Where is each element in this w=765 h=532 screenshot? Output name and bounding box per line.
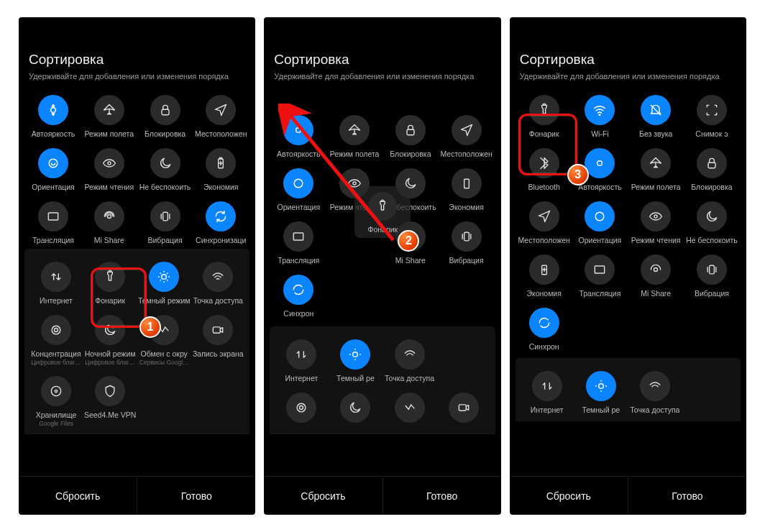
tile-mishare[interactable]: Mi Share bbox=[385, 217, 436, 267]
panel-3: Сортировка Удерживайте для добавления ил… bbox=[510, 17, 746, 515]
battery-icon bbox=[529, 254, 559, 285]
tile-mishare[interactable]: Mi Share bbox=[83, 197, 135, 247]
tile-internet[interactable]: Интернет bbox=[30, 257, 82, 308]
tile-orientation[interactable]: Ориентация bbox=[27, 144, 79, 194]
tile-internet[interactable]: Интернет bbox=[521, 367, 573, 417]
sync-icon bbox=[283, 275, 313, 305]
tile-darkmode[interactable]: Темный режим bbox=[138, 257, 190, 308]
svg-rect-34 bbox=[595, 266, 605, 273]
page-title: Сортировка bbox=[274, 52, 490, 68]
tile-location[interactable]: Местоположен bbox=[441, 111, 493, 161]
svg-point-13 bbox=[51, 386, 60, 395]
tile-cast[interactable]: Трансляция bbox=[27, 197, 79, 247]
tile-darkmode[interactable]: Темный ре bbox=[329, 335, 381, 385]
tile-darkmode[interactable]: Темный ре bbox=[575, 367, 627, 417]
tile-airplane[interactable]: Режим полета bbox=[329, 111, 380, 161]
vibration-icon bbox=[697, 254, 727, 285]
moon-icon bbox=[150, 148, 180, 178]
tile-reading[interactable]: Режим чтения bbox=[329, 164, 380, 214]
tile-sync[interactable]: Синхрон bbox=[518, 303, 570, 354]
svg-rect-30 bbox=[708, 162, 715, 168]
bell-off-icon bbox=[641, 95, 671, 125]
tile-dnd[interactable]: Не беспокоить bbox=[686, 197, 738, 247]
svg-point-32 bbox=[654, 215, 657, 218]
tile-auto-brightness[interactable]: Автояркость bbox=[574, 144, 626, 194]
tile-flashlight[interactable]: Фонарик bbox=[518, 91, 570, 141]
updown-icon bbox=[41, 262, 71, 292]
tile-airplane[interactable]: Режим полета bbox=[83, 91, 135, 141]
tile-wifi[interactable]: Wi-Fi bbox=[574, 91, 626, 141]
tile-silent[interactable]: Без звука bbox=[630, 91, 682, 141]
tile-internet[interactable]: Интернет bbox=[275, 335, 327, 385]
bluetooth-icon bbox=[529, 148, 559, 178]
reset-button[interactable]: Сбросить bbox=[510, 477, 628, 515]
tile-reading[interactable]: Режим чтения bbox=[83, 144, 135, 194]
reset-button[interactable]: Сбросить bbox=[19, 477, 137, 515]
tile-night[interactable]: Ночной режим Цифровое благ… bbox=[84, 311, 136, 369]
tile-lock[interactable]: Блокировка bbox=[385, 111, 436, 161]
tile-vibration[interactable]: Вибрация bbox=[441, 217, 493, 267]
svg-point-9 bbox=[55, 329, 58, 332]
wifi-icon bbox=[585, 95, 615, 125]
svg-rect-20 bbox=[294, 233, 303, 240]
svg-point-15 bbox=[296, 128, 301, 133]
tile-cast[interactable]: Трансляция bbox=[272, 217, 324, 267]
tile-lock[interactable]: Блокировка bbox=[686, 144, 738, 194]
page-subtitle: Удерживайте для добавления или изменения… bbox=[520, 72, 736, 81]
tile-flashlight[interactable]: Фонарик bbox=[84, 257, 136, 308]
tile-record[interactable]: Запись экрана bbox=[192, 311, 244, 369]
tile-storage[interactable]: Хранилище Google Files bbox=[30, 372, 82, 430]
done-button[interactable]: Готово bbox=[628, 477, 746, 515]
sync-icon bbox=[206, 201, 236, 231]
tile-vibration[interactable]: Вибрация bbox=[139, 197, 191, 247]
eye-icon bbox=[339, 168, 370, 198]
tile-auto-brightness[interactable]: Автояркость bbox=[272, 111, 324, 161]
tile-lock[interactable]: Блокировка bbox=[139, 91, 191, 141]
tile-bluetooth[interactable]: Bluetooth bbox=[518, 144, 570, 194]
tile-sync[interactable]: Синхрон bbox=[272, 270, 324, 321]
tile-economy[interactable]: Экономия bbox=[195, 144, 247, 194]
svg-rect-36 bbox=[710, 265, 715, 274]
reset-button[interactable]: Сбросить bbox=[264, 477, 382, 515]
tile-orientation[interactable]: Ориентация bbox=[272, 164, 324, 214]
tile-nearby[interactable]: Обмен с окру Сервисы Googl… bbox=[138, 311, 190, 369]
svg-point-21 bbox=[408, 235, 412, 239]
tile-focus[interactable]: Концентрация Цифровое благ… bbox=[30, 311, 82, 369]
tile-economy[interactable]: Экономия bbox=[518, 250, 570, 301]
svg-rect-12 bbox=[214, 327, 221, 333]
camera-icon bbox=[449, 393, 479, 423]
done-button[interactable]: Готово bbox=[137, 477, 255, 515]
tile-dnd[interactable]: Не беспокоить bbox=[385, 164, 436, 214]
tile-sync[interactable]: Синхронизаци bbox=[195, 197, 247, 247]
airplane-icon bbox=[339, 115, 370, 145]
tile-hotspot[interactable]: Точка доступа bbox=[384, 335, 436, 385]
tile-airplane[interactable]: Режим полета bbox=[630, 144, 682, 194]
panel-2: Сортировка Удерживайте для добавления ил… bbox=[264, 17, 500, 515]
tile-vibration[interactable]: Вибрация bbox=[686, 250, 738, 301]
tile-hotspot[interactable]: Точка доступа bbox=[629, 367, 681, 417]
page-title: Сортировка bbox=[520, 52, 736, 68]
svg-rect-5 bbox=[48, 213, 58, 220]
svg-point-24 bbox=[300, 406, 303, 410]
tiles-scroller[interactable]: Автояркость Режим полета Блокировка Мест… bbox=[19, 85, 255, 476]
tile-screenshot[interactable]: Снимок э bbox=[686, 91, 738, 141]
tile-orientation[interactable]: Ориентация bbox=[574, 197, 626, 247]
svg-point-11 bbox=[112, 326, 114, 328]
tile-hotspot[interactable]: Точка доступа bbox=[192, 257, 244, 308]
tile-economy[interactable]: Экономия bbox=[441, 164, 493, 214]
nearby-icon bbox=[395, 393, 425, 423]
tile-reading[interactable]: Режим чтения bbox=[630, 197, 682, 247]
night-icon bbox=[95, 315, 125, 345]
tile-location[interactable]: Местоположен bbox=[195, 91, 247, 141]
battery-icon bbox=[206, 148, 236, 178]
tile-dnd[interactable]: Не беспокоить bbox=[139, 144, 191, 194]
tile-location[interactable]: Местоположен bbox=[518, 197, 570, 247]
done-button[interactable]: Готово bbox=[382, 477, 501, 515]
tile-auto-brightness[interactable]: Автояркость bbox=[27, 91, 79, 141]
tile-vpn[interactable]: Seed4.Me VPN bbox=[84, 372, 136, 430]
tile-cast[interactable]: Трансляция bbox=[574, 250, 626, 301]
panel-1: Сортировка Удерживайте для добавления ил… bbox=[19, 17, 255, 515]
svg-point-8 bbox=[162, 275, 167, 280]
location-icon bbox=[529, 201, 559, 231]
tile-mishare[interactable]: Mi Share bbox=[630, 250, 682, 301]
